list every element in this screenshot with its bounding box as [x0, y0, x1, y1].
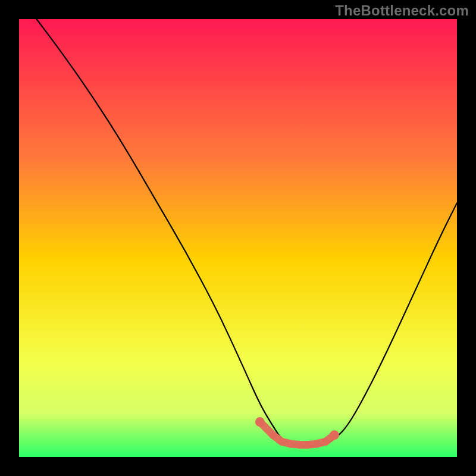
optimal-marker — [255, 417, 265, 427]
optimal-marker — [296, 441, 303, 449]
optimal-marker — [278, 438, 286, 446]
optimal-marker — [322, 438, 330, 446]
plot-area — [19, 19, 457, 457]
optimal-marker — [287, 440, 295, 447]
optimal-marker — [269, 431, 277, 439]
watermark-text: TheBottleneck.com — [335, 2, 469, 19]
bottleneck-curve-chart — [19, 19, 457, 457]
optimal-marker — [330, 430, 339, 440]
chart-container: TheBottleneck.com — [0, 0, 476, 476]
optimal-marker — [304, 441, 312, 449]
optimal-marker — [313, 440, 321, 447]
